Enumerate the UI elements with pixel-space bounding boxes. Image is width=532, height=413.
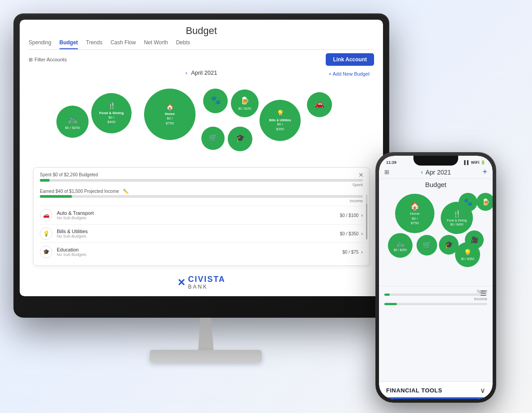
phone-bottle-icon: 🍺 [482, 198, 489, 206]
home-icon: 🏠 [166, 103, 174, 111]
monitor-bezel: Budget Spending Budget Trends Cash Flow … [20, 20, 383, 296]
phone-income-progress [384, 303, 487, 305]
pets-icon: 🐾 [211, 95, 221, 106]
auto-icon: 🚗 [315, 99, 324, 109]
scroll-thumb[interactable] [366, 204, 367, 239]
phone-inner: 11:29 ▌▌ WiFi 🔋 ⊞ ‹ Apr 2021 + Budget [379, 156, 493, 399]
phone-food-icon: 🍴 [453, 209, 461, 218]
current-month: April 2021 [191, 69, 217, 76]
budget-detail-panel: ✕ Spent $0 of $2,260 Budgeted Spent Earn… [33, 167, 370, 266]
income-labels: Income [40, 199, 363, 203]
bills-utilities-amount: $0 / $350 [340, 231, 359, 236]
budget-list-item-auto[interactable]: 🚗 Auto & Transport No Sub-Budgets $0 / $… [40, 206, 363, 224]
phone-spent-progress [384, 294, 487, 296]
phone-bike-icon: 🚲 [396, 239, 405, 248]
bubble-drinks[interactable]: 🍺 $0 / $150 [231, 89, 259, 117]
income-label: Income [349, 199, 363, 203]
bills-utilities-arrow[interactable]: › [361, 231, 363, 236]
education-arrow[interactable]: › [361, 249, 363, 255]
phone-frame: 11:29 ▌▌ WiFi 🔋 ⊞ ‹ Apr 2021 + Budget [375, 152, 496, 403]
auto-transport-name: Auto & Transport [57, 210, 340, 216]
monitor-stand-neck [192, 318, 219, 353]
education-sub: No Sub-Budgets [57, 252, 342, 257]
bubble-food-dining[interactable]: 🍴 Food & Dining $0 / $400 [91, 93, 132, 133]
bills-icon: 💡 [277, 109, 284, 117]
bubble-pets[interactable]: 🐾 [203, 89, 228, 113]
bubble-auto[interactable]: 🚗 [307, 92, 332, 117]
bubble-shopping[interactable]: 🛒 [201, 127, 225, 150]
phone-filter-icon[interactable]: ⊞ [384, 169, 389, 175]
logo-civista-text: CIVISTA [188, 275, 226, 284]
toolbar: ⊞ Filter Accounts Link Account [29, 53, 374, 66]
phone-bubble-pets-phone[interactable]: 🐾 [459, 193, 477, 212]
spent-progress-bar [40, 179, 363, 182]
phone-bubble-home[interactable]: 🏠 Home $0 / $750 [395, 194, 434, 233]
filter-icon: ⊞ [29, 57, 33, 63]
phone-signal-icons: ▌▌ WiFi 🔋 [464, 160, 485, 165]
tab-debts[interactable]: Debts [176, 39, 190, 49]
tab-budget[interactable]: Budget [60, 39, 78, 49]
tab-trends[interactable]: Trends [86, 39, 102, 49]
spent-labels: Spent [40, 183, 363, 187]
bills-utilities-icon: 💡 [40, 227, 52, 240]
tab-networth[interactable]: Net Worth [144, 39, 168, 49]
education-icon: 🎓 [236, 134, 245, 143]
phone-bubble-cart-phone[interactable]: 🛒 [417, 235, 437, 255]
phone-film-icon: 🎥 [471, 236, 478, 244]
bills-utilities-sub: No Sub-Budgets [57, 234, 340, 238]
drinks-icon: 🍺 [240, 96, 249, 106]
phone-time: 11:29 [386, 160, 396, 165]
auto-transport-arrow[interactable]: › [361, 213, 363, 218]
phone-pets-icon: 🐾 [464, 198, 472, 207]
phone-home-icon: 🏠 [410, 201, 420, 212]
bubble-bills[interactable]: 💡 Bills & Utilities $0 / $350 [260, 100, 301, 141]
phone-title-label: Budget [379, 179, 493, 190]
auto-transport-amount: $0 / $100 [340, 213, 359, 218]
budget-list-item-education[interactable]: 🎓 Education No Sub-Budgets $0 / $75 › [40, 243, 363, 261]
edit-income-icon[interactable]: ✏️ [123, 189, 128, 194]
tab-cashflow[interactable]: Cash Flow [111, 39, 136, 49]
phone-income-fill [384, 303, 397, 305]
phone-bottom-bar: FINANCIAL TOOLS ∨ [379, 381, 493, 399]
food-icon: 🍴 [108, 102, 115, 110]
phone-bubble-bike-phone[interactable]: 🚲 $0 / $250 [388, 233, 413, 258]
close-panel-button[interactable]: ✕ [358, 171, 364, 179]
monitor-stand-base [150, 350, 262, 362]
phone-add-budget-icon[interactable]: + [482, 167, 487, 177]
prev-month-arrow[interactable]: ‹ [186, 69, 187, 76]
add-new-budget-link[interactable]: + Add New Budget [329, 71, 370, 77]
phone-list-icon[interactable]: ☰ [480, 289, 486, 298]
monitor-screen: Budget Spending Budget Trends Cash Flow … [20, 20, 383, 296]
phone-edu-icon: 🎓 [445, 240, 453, 249]
income-summary: Earned $40 of $1,500 Projected Income ✏️ [40, 189, 363, 194]
financial-tools-chevron[interactable]: ∨ [480, 386, 485, 395]
phone-device: 11:29 ▌▌ WiFi 🔋 ⊞ ‹ Apr 2021 + Budget [375, 152, 496, 403]
logo-bank-text: BANK [188, 284, 226, 290]
income-progress-fill [40, 195, 72, 198]
tab-spending[interactable]: Spending [29, 39, 51, 49]
phone-progress-section: ☰ Spent Income [379, 286, 493, 308]
screen-content: Budget Spending Budget Trends Cash Flow … [20, 20, 383, 296]
education-list-icon: 🎓 [40, 246, 52, 258]
phone-bills-icon: 💡 [464, 248, 472, 257]
phone-notch [413, 156, 458, 166]
phone-nav-bar: ⊞ ‹ Apr 2021 + [379, 166, 493, 179]
bills-utilities-name: Bills & Utilities [57, 229, 340, 234]
link-account-button[interactable]: Link Account [326, 53, 374, 66]
bubble-bike[interactable]: 🚲 $0 / $250 [56, 106, 89, 138]
phone-bubble-film[interactable]: 🎥 [465, 230, 484, 249]
phone-month: Apr 2021 [426, 169, 451, 176]
phone-screen: 11:29 ▌▌ WiFi 🔋 ⊞ ‹ Apr 2021 + Budget [379, 156, 493, 399]
nav-tabs: Spending Budget Trends Cash Flow Net Wor… [29, 39, 374, 50]
bubble-education[interactable]: 🎓 [228, 127, 252, 151]
budget-list-item-bills[interactable]: 💡 Bills & Utilities No Sub-Budgets $0 / … [40, 224, 363, 243]
phone-cart-icon: 🛒 [422, 241, 431, 250]
phone-bubble-bottle[interactable]: 🍺 [477, 193, 493, 211]
scroll-bar [366, 195, 367, 238]
filter-accounts-button[interactable]: ⊞ Filter Accounts [29, 57, 67, 63]
bike-icon: 🚲 [67, 113, 78, 125]
shopping-icon: 🛒 [209, 133, 217, 143]
bubble-home[interactable]: 🏠 Home $0 / $750 [144, 89, 196, 140]
financial-tools-label: FINANCIAL TOOLS [386, 387, 442, 394]
phone-prev-month[interactable]: ‹ [421, 169, 423, 175]
